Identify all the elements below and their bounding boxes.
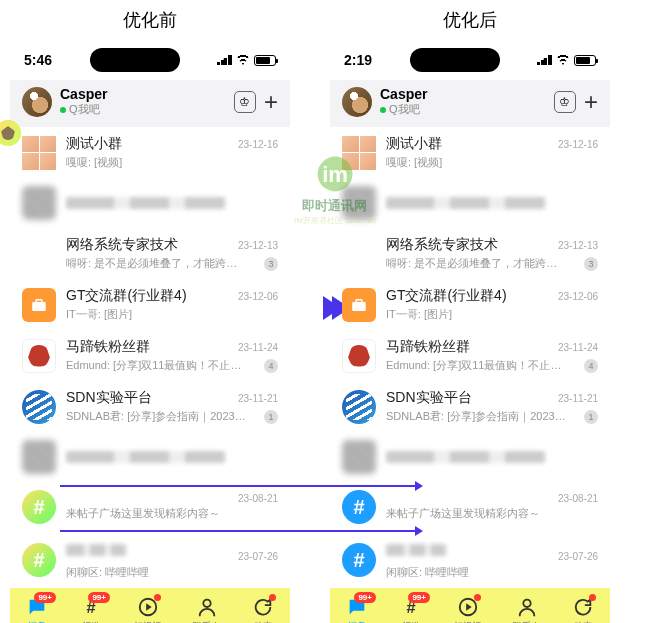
chat-icon: 99+ <box>26 596 48 618</box>
conversation-avatar[interactable] <box>342 390 376 424</box>
conversation-time: 23-08-21 <box>238 493 278 504</box>
annotation-arrow <box>60 530 420 532</box>
tab-play[interactable]: 短视频 <box>134 596 161 623</box>
annotation-arrow <box>60 485 420 487</box>
tab-person[interactable]: 联系人 <box>513 596 540 623</box>
conversation-time: 23-08-21 <box>558 493 598 504</box>
play-icon <box>457 596 479 618</box>
conversation-item[interactable]: 马蹄铁粉丝群23-11-24Edmund: [分享]双11最值购！不止实现喝…4 <box>10 330 290 381</box>
conversation-item[interactable] <box>10 432 290 482</box>
conversation-item[interactable]: 测试小群23-12-16嘎嗄: [视频] <box>10 127 290 178</box>
unread-badge: 3 <box>584 257 598 271</box>
conversation-avatar[interactable] <box>342 288 376 322</box>
hash-icon[interactable]: # <box>342 543 376 577</box>
conversation-avatar[interactable] <box>22 186 56 220</box>
conversation-time: 23-12-16 <box>238 139 278 150</box>
svg-rect-6 <box>356 299 362 302</box>
tab-hash[interactable]: #99+频道 <box>400 596 422 623</box>
tab-chat[interactable]: 99+消息 <box>346 596 368 623</box>
conversation-avatar[interactable] <box>22 288 56 322</box>
crown-icon[interactable]: ♔ <box>554 91 576 113</box>
conversation-item[interactable]: #23-07-26闲聊区: 哔哩哔哩 <box>330 532 610 588</box>
conversation-title: 马蹄铁粉丝群 <box>66 338 150 356</box>
svg-rect-1 <box>36 299 42 302</box>
conversation-list: 测试小群23-12-16嘎嗄: [视频]网络系统专家技术23-12-13嘚呀: … <box>10 127 290 588</box>
phone-after: 2:19 Casper Q我吧 ♔ + 测试小群23-12-16嘎嗄: [视频]… <box>330 40 610 623</box>
unread-badge: 4 <box>584 359 598 373</box>
unread-badge: 3 <box>264 257 278 271</box>
conversation-title: 测试小群 <box>386 135 442 153</box>
conversation-avatar[interactable] <box>342 136 376 170</box>
conversation-item[interactable]: GT交流群(行业群4)23-12-06IT一哥: [图片] <box>330 279 610 330</box>
user-avatar[interactable] <box>22 87 52 117</box>
conversation-preview: Edmund: [分享]双11最值购！不止实现喝… <box>386 358 566 373</box>
refresh-icon <box>572 596 594 618</box>
hash-icon[interactable]: # <box>22 543 56 577</box>
user-name: Casper <box>380 86 546 102</box>
label-after: 优化后 <box>330 0 610 40</box>
conversation-item[interactable]: SDN实验平台23-11-21SDNLAB君: [分享]参会指南｜2023第六届… <box>330 381 610 432</box>
tab-hash[interactable]: #99+频道 <box>80 596 102 623</box>
conversation-avatar[interactable] <box>342 440 376 474</box>
conversation-preview: 嘚呀: 是不是必须堆叠了，才能跨交换机… <box>386 256 566 271</box>
conversation-item[interactable]: #23-07-26闲聊区: 哔哩哔哩 <box>10 532 290 588</box>
conversation-item[interactable]: #23-08-21来帖子广场这里发现精彩内容～ <box>330 482 610 532</box>
conversation-avatar[interactable] <box>342 186 376 220</box>
conversation-item[interactable]: GT交流群(行业群4)23-12-06IT一哥: [图片] <box>10 279 290 330</box>
conversation-preview: 来帖子广场这里发现精彩内容～ <box>386 506 540 521</box>
hash-icon: #99+ <box>400 596 422 618</box>
user-status: Q我吧 <box>380 102 546 117</box>
conversation-title: 网络系统专家技术 <box>66 236 178 254</box>
tab-refresh[interactable]: 动态 <box>252 596 274 623</box>
tab-refresh[interactable]: 动态 <box>572 596 594 623</box>
add-button[interactable]: + <box>264 88 278 116</box>
conversation-item[interactable] <box>330 178 610 228</box>
chat-icon: 99+ <box>346 596 368 618</box>
status-time: 5:46 <box>24 52 52 68</box>
notification-dot <box>474 594 481 601</box>
tab-person[interactable]: 联系人 <box>193 596 220 623</box>
tab-badge: 99+ <box>354 592 376 603</box>
user-name: Casper <box>60 86 226 102</box>
conversation-avatar[interactable] <box>22 440 56 474</box>
app-header: Casper Q我吧 ♔ + <box>10 80 290 127</box>
conversation-time: 23-12-13 <box>238 240 278 251</box>
conversation-item[interactable]: #23-08-21来帖子广场这里发现精彩内容～ <box>10 482 290 532</box>
conversation-avatar[interactable] <box>342 339 376 373</box>
tab-play[interactable]: 短视频 <box>454 596 481 623</box>
conversation-preview: SDNLAB君: [分享]参会指南｜2023第六届… <box>66 409 246 424</box>
tab-badge: 99+ <box>88 592 110 603</box>
conversation-preview: 来帖子广场这里发现精彩内容～ <box>66 506 220 521</box>
conversation-item[interactable]: 网络系统专家技术23-12-13嘚呀: 是不是必须堆叠了，才能跨交换机…3 <box>10 228 290 279</box>
crown-icon[interactable]: ♔ <box>234 91 256 113</box>
notch <box>410 48 500 72</box>
conversation-preview: Edmund: [分享]双11最值购！不止实现喝… <box>66 358 246 373</box>
tab-chat[interactable]: 99+消息 <box>26 596 48 623</box>
conversation-avatar[interactable] <box>22 339 56 373</box>
conversation-title: 测试小群 <box>66 135 122 153</box>
status-time: 2:19 <box>344 52 372 68</box>
conversation-avatar[interactable] <box>22 390 56 424</box>
conversation-title: 网络系统专家技术 <box>386 236 498 254</box>
add-button[interactable]: + <box>584 88 598 116</box>
conversation-item[interactable] <box>330 432 610 482</box>
conversation-item[interactable]: 测试小群23-12-16嘎嗄: [视频] <box>330 127 610 178</box>
conversation-time: 23-12-06 <box>238 291 278 302</box>
hash-icon[interactable]: # <box>22 490 56 524</box>
app-header: Casper Q我吧 ♔ + <box>330 80 610 127</box>
unread-badge: 1 <box>584 410 598 424</box>
conversation-time: 23-07-26 <box>558 551 598 562</box>
conversation-avatar[interactable] <box>22 136 56 170</box>
battery-icon <box>254 55 276 66</box>
hash-icon[interactable]: # <box>342 490 376 524</box>
conversation-title: 马蹄铁粉丝群 <box>386 338 470 356</box>
conversation-preview: 嘎嗄: [视频] <box>66 155 122 170</box>
wifi-icon <box>236 55 250 65</box>
conversation-item[interactable]: 马蹄铁粉丝群23-11-24Edmund: [分享]双11最值购！不止实现喝…4 <box>330 330 610 381</box>
conversation-item[interactable]: 网络系统专家技术23-12-13嘚呀: 是不是必须堆叠了，才能跨交换机…3 <box>330 228 610 279</box>
user-avatar[interactable] <box>342 87 372 117</box>
conversation-item[interactable] <box>10 178 290 228</box>
conversation-item[interactable]: SDN实验平台23-11-21SDNLAB君: [分享]参会指南｜2023第六届… <box>10 381 290 432</box>
conversation-title: GT交流群(行业群4) <box>386 287 507 305</box>
signal-icon <box>537 55 552 65</box>
